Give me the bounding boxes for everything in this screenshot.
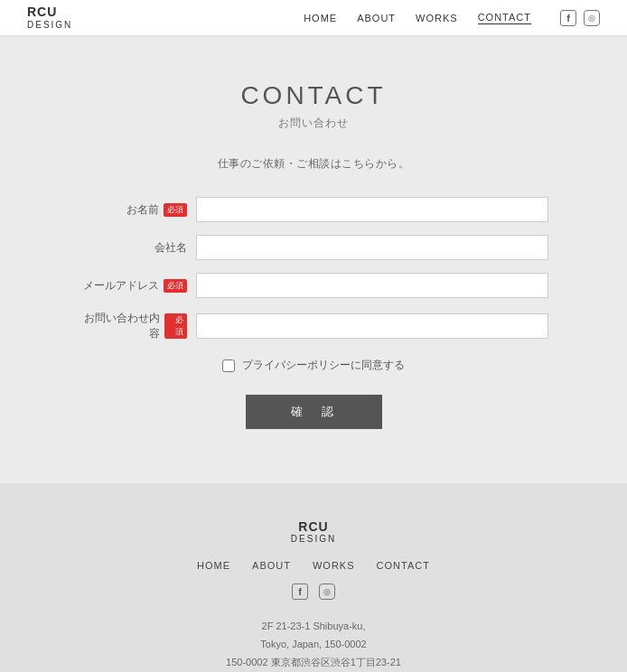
logo-design: DESIGN [27, 20, 72, 30]
header-social-icons: f ◎ [560, 10, 600, 26]
contact-form: お名前 必須 会社名 メールアドレス 必須 お問い合わせ内容 必須 [79, 197, 548, 429]
description: 仕事のご依頼・ご相談はこちらから。 [218, 156, 410, 172]
footer-nav-home[interactable]: HOME [197, 560, 230, 571]
footer-logo-design: DESIGN [291, 534, 336, 544]
footer-nav-contact[interactable]: CONTACT [377, 560, 430, 571]
logo[interactable]: RCU DESIGN [27, 5, 72, 29]
facebook-icon[interactable]: f [560, 10, 576, 26]
footer-logo-rcu: RCU [298, 519, 328, 534]
footer-nav-works[interactable]: WORKS [313, 560, 355, 571]
company-label: 会社名 [79, 240, 196, 256]
site-header: RCU DESIGN HOME ABOUT WORKS CONTACT f ◎ [0, 0, 627, 36]
company-field-row: 会社名 [79, 235, 548, 260]
name-required-badge: 必須 [164, 203, 187, 217]
footer-social-icons: f ◎ [18, 583, 609, 600]
address-line2: Tokyo, Japan, 150-0002 [18, 636, 609, 654]
privacy-label[interactable]: プライバシーポリシーに同意する [242, 358, 405, 373]
inquiry-label: お問い合わせ内容 必須 [79, 311, 196, 341]
privacy-row: プライバシーポリシーに同意する [79, 358, 548, 373]
company-input[interactable] [196, 235, 548, 260]
footer-facebook-icon[interactable]: f [292, 583, 308, 600]
footer-logo: RCU DESIGN [18, 519, 609, 544]
nav-works[interactable]: WORKS [416, 13, 458, 23]
footer-instagram-icon[interactable]: ◎ [319, 583, 335, 600]
inquiry-required-badge: 必須 [164, 313, 187, 339]
footer-nav-about[interactable]: ABOUT [252, 560, 291, 571]
email-label: メールアドレス 必須 [79, 278, 196, 294]
nav-home[interactable]: HOME [304, 13, 337, 23]
nav-about[interactable]: ABOUT [357, 13, 396, 23]
inquiry-field-row: お問い合わせ内容 必須 [79, 311, 548, 341]
main-nav: HOME ABOUT WORKS CONTACT f ◎ [304, 10, 600, 26]
logo-rcu: RCU [27, 5, 72, 19]
instagram-icon[interactable]: ◎ [584, 10, 600, 26]
site-footer: RCU DESIGN HOME ABOUT WORKS CONTACT f ◎ … [0, 483, 627, 672]
email-required-badge: 必須 [164, 279, 187, 293]
name-input[interactable] [196, 197, 548, 222]
email-field-row: メールアドレス 必須 [79, 273, 548, 298]
email-input[interactable] [196, 273, 548, 298]
address-line1: 2F 21-23-1 Shibuya-ku, [18, 618, 609, 636]
name-field-row: お名前 必須 [79, 197, 548, 222]
page-title: CONTACT [240, 81, 386, 110]
inquiry-input[interactable] [196, 313, 548, 339]
submit-button[interactable]: 確 認 [246, 395, 382, 429]
address-line3: 150-0002 東京都渋谷区渋谷1丁目23-21 [18, 654, 609, 672]
footer-nav: HOME ABOUT WORKS CONTACT [18, 560, 609, 571]
privacy-checkbox[interactable] [222, 359, 235, 372]
name-label: お名前 必須 [79, 202, 196, 218]
main-content: CONTACT お問い合わせ 仕事のご依頼・ご相談はこちらから。 お名前 必須 … [0, 36, 627, 483]
nav-contact[interactable]: CONTACT [478, 12, 531, 24]
page-subtitle: お問い合わせ [278, 116, 349, 131]
footer-address: 2F 21-23-1 Shibuya-ku, Tokyo, Japan, 150… [18, 618, 609, 672]
